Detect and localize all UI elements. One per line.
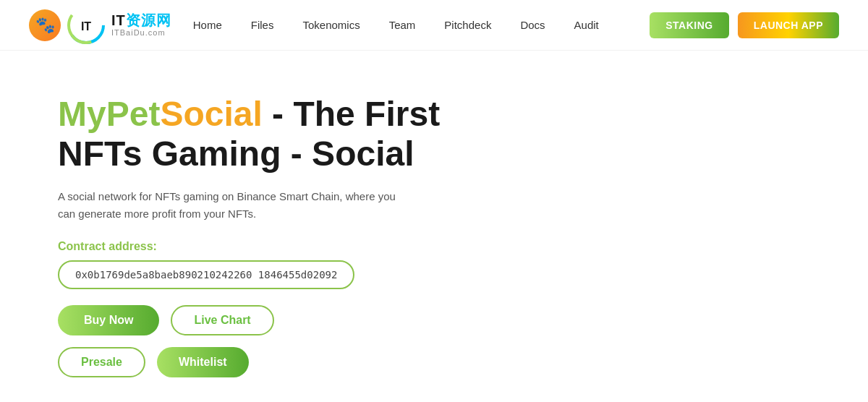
nav-item-pitchdeck[interactable]: Pitchdeck <box>444 19 491 31</box>
hero-title-line2: NFTs Gaming - Social <box>58 134 414 173</box>
contract-address: 0x0b1769de5a8baeb890210242260 1846455d02… <box>58 260 354 289</box>
hero-title: MyPetSocial - The First NFTs Gaming - So… <box>58 94 492 174</box>
nav-item-team[interactable]: Team <box>389 19 416 31</box>
header-buttons: STAKING LAUNCH APP <box>650 12 839 38</box>
live-chart-button[interactable]: Live Chart <box>171 305 273 335</box>
whitelist-button[interactable]: Whitelist <box>157 347 249 377</box>
hero-title-green: MyPet <box>58 95 160 133</box>
contract-label: Contract address: <box>58 240 810 253</box>
hero-title-suffix: - The First <box>263 95 440 133</box>
buy-now-button[interactable]: Buy Now <box>58 305 159 335</box>
main-nav: Home Files Tokenomics Team Pitchdeck Doc… <box>193 19 650 31</box>
nav-item-docs[interactable]: Docs <box>520 19 545 31</box>
primary-buttons: Buy Now Live Chart <box>58 305 810 335</box>
hero-description: A social network for NFTs gaming on Bina… <box>58 188 405 223</box>
logo-main: IT资源网 <box>111 12 171 28</box>
secondary-buttons: Presale Whitelist <box>58 347 810 377</box>
hero-title-orange: Social <box>160 95 262 133</box>
hero-section: MyPetSocial - The First NFTs Gaming - So… <box>0 51 868 402</box>
svg-text:IT: IT <box>81 20 91 32</box>
logo-sub: ITBaiDu.com <box>111 28 171 37</box>
logo-circle: IT <box>67 6 106 45</box>
logo-pet-icon: 🐾 <box>29 9 61 41</box>
logo-text: IT资源网 ITBaiDu.com <box>111 12 171 37</box>
nav-item-files[interactable]: Files <box>251 19 274 31</box>
header: 🐾 IT IT资源网 ITBaiDu.com Home Files Tokeno… <box>0 0 868 51</box>
presale-button[interactable]: Presale <box>58 347 145 377</box>
nav-item-home[interactable]: Home <box>193 19 222 31</box>
nav-item-tokenomics[interactable]: Tokenomics <box>302 19 359 31</box>
launch-app-button[interactable]: LAUNCH APP <box>738 12 839 38</box>
nav-item-audit[interactable]: Audit <box>574 19 599 31</box>
logo-area: 🐾 IT IT资源网 ITBaiDu.com <box>29 6 171 45</box>
staking-button[interactable]: STAKING <box>650 12 728 38</box>
